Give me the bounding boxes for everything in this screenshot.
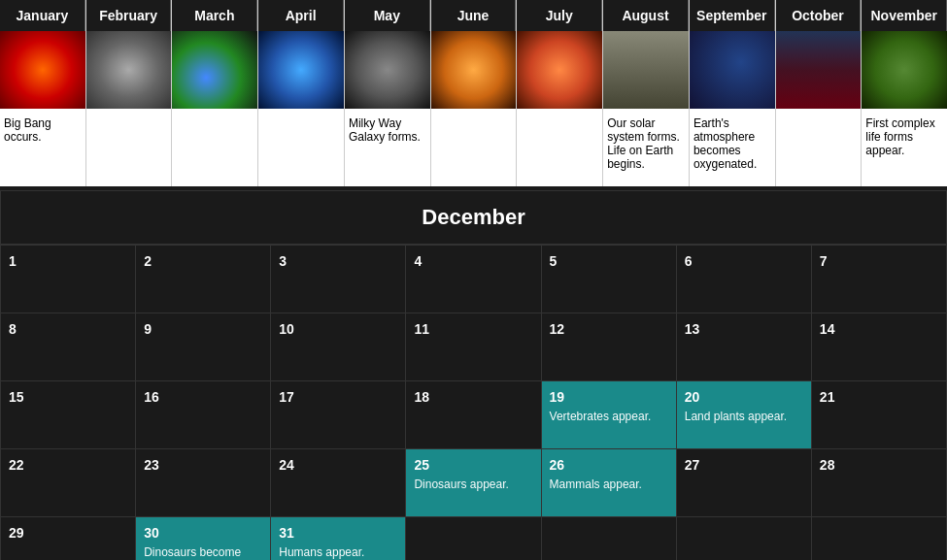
month-image-june [431,31,518,109]
december-header: December [0,190,947,245]
month-img-october [776,31,862,109]
day-number: 24 [279,457,397,473]
month-text-august: Our solar system forms. Life on Earth be… [603,109,689,186]
month-header-november: November [862,0,947,31]
cal-day-2: 2 [136,246,271,313]
december-section: December 12345678910111213141516171819Ve… [0,190,947,560]
month-header-october: October [776,0,862,31]
day-number: 7 [820,253,938,269]
month-img-november [862,31,947,109]
day-number: 18 [414,389,532,405]
month-img-may [345,31,430,109]
month-name-july: July [517,0,602,31]
cal-empty [812,517,947,560]
cal-day-5: 5 [542,246,677,313]
day-number: 21 [820,389,938,405]
month-name-february: February [86,0,172,31]
day-event-text: Land plants appear. [685,410,787,423]
cal-day-23: 23 [136,449,271,517]
day-number: 17 [279,389,397,405]
day-number: 31 [279,525,397,541]
month-image-march [172,31,258,109]
cal-day-1: 1 [1,246,136,313]
day-number: 27 [685,457,803,473]
months-images [0,31,947,109]
cal-day-4: 4 [406,246,541,313]
month-desc-august: Our solar system forms. Life on Earth be… [603,109,690,186]
month-img-june [431,31,517,109]
month-name-june: June [431,0,517,31]
month-name-january: January [0,0,85,31]
day-number: 26 [550,457,668,473]
day-event-text: Mammals appear. [550,478,642,491]
cal-empty [542,517,677,560]
calendar-grid: 12345678910111213141516171819Vertebrates… [0,245,947,560]
cal-day-20: 20Land plants appear. [677,381,812,449]
month-name-may: May [345,0,430,31]
month-header-february: February [86,0,173,31]
day-number: 15 [9,389,127,405]
cal-day-10: 10 [271,313,406,381]
day-number: 30 [144,525,262,541]
cal-day-8: 8 [1,313,136,381]
month-image-february [86,31,173,109]
month-image-july [517,31,603,109]
cal-day-7: 7 [812,246,947,313]
month-name-august: August [603,0,689,31]
month-header-april: April [258,0,345,31]
day-number: 8 [9,321,127,337]
cal-day-22: 22 [1,449,136,517]
month-desc-may: Milky Way Galaxy forms. [345,109,431,186]
cal-day-25: 25Dinosaurs appear. [406,449,541,517]
month-image-september [690,31,776,109]
cal-day-14: 14 [812,313,947,381]
month-name-october: October [776,0,862,31]
cal-day-21: 21 [812,381,947,449]
day-number: 13 [685,321,803,337]
month-desc-march [172,109,258,186]
month-desc-october [776,109,862,186]
month-desc-january: Big Bang occurs. [0,109,86,186]
cal-day-30: 30Dinosaurs become extinct. [136,517,271,560]
month-desc-september: Earth's atmosphere becomes oxygenated. [690,109,776,186]
cal-day-6: 6 [677,246,812,313]
month-header-september: September [690,0,776,31]
cal-day-16: 16 [136,381,271,449]
month-img-january [0,31,85,109]
day-number: 3 [279,253,397,269]
month-header-august: August [603,0,690,31]
month-img-april [258,31,344,109]
month-header-july: July [517,0,603,31]
day-number: 10 [279,321,397,337]
cal-day-26: 26Mammals appear. [542,449,677,517]
cal-day-24: 24 [271,449,406,517]
month-image-october [776,31,862,109]
cal-day-11: 11 [406,313,541,381]
month-header-january: January [0,0,86,31]
day-number: 5 [550,253,668,269]
month-img-july [517,31,602,109]
day-number: 16 [144,389,262,405]
month-text-february [86,109,172,186]
day-event-text: Dinosaurs become extinct. [144,545,241,560]
cal-day-19: 19Vertebrates appear. [542,381,677,449]
day-event-text: Vertebrates appear. [550,410,652,423]
month-text-july [517,109,602,186]
day-number: 25 [414,457,532,473]
day-number: 20 [685,389,803,405]
month-text-june [431,109,517,186]
day-number: 1 [9,253,127,269]
month-name-september: September [690,0,775,31]
day-event-text: Humans appear. [279,545,364,559]
day-number: 23 [144,457,262,473]
month-text-october [776,109,862,186]
cal-day-17: 17 [271,381,406,449]
month-img-august [603,31,689,109]
day-number: 6 [685,253,803,269]
month-name-november: November [862,0,947,31]
month-desc-april [258,109,345,186]
day-number: 28 [820,457,938,473]
month-text-may: Milky Way Galaxy forms. [345,109,430,186]
cal-day-18: 18 [406,381,541,449]
months-descriptions: Big Bang occurs.Milky Way Galaxy forms.O… [0,109,947,186]
